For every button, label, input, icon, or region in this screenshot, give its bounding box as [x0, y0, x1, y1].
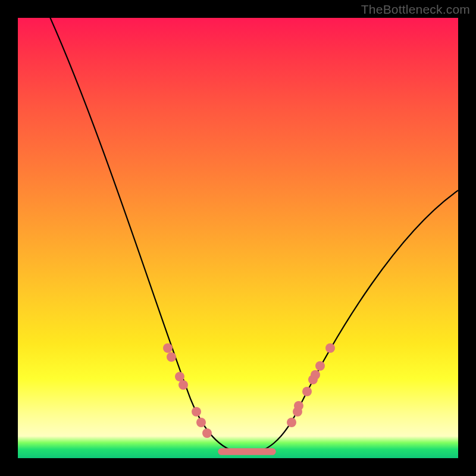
highlight-dot — [294, 401, 303, 411]
chart-frame: TheBottleneck.com — [0, 0, 476, 476]
highlight-dot — [311, 370, 320, 380]
highlight-dot — [175, 372, 184, 381]
highlight-dot — [167, 352, 176, 362]
highlight-dot — [196, 418, 206, 427]
highlight-dot — [192, 407, 201, 416]
highlight-dot — [163, 343, 173, 353]
highlight-dot — [178, 380, 188, 390]
bottleneck-curve — [48, 18, 458, 453]
curve-layer — [18, 18, 458, 458]
highlight-dots — [163, 343, 335, 438]
highlight-dot — [325, 343, 335, 353]
plot-area — [18, 18, 458, 458]
watermark-text: TheBottleneck.com — [361, 2, 470, 17]
highlight-dot — [315, 361, 325, 371]
highlight-dot — [202, 428, 212, 438]
highlight-dot — [287, 418, 296, 427]
highlight-dot — [302, 387, 312, 396]
